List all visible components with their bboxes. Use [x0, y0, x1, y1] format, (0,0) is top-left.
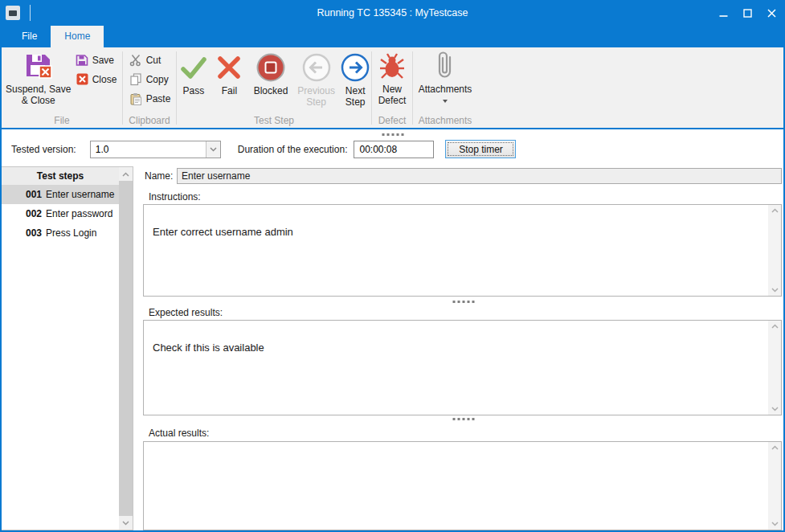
expected-results-text[interactable]: Check if this is available: [144, 321, 768, 415]
blocked-button[interactable]: Blocked: [248, 49, 293, 96]
scroll-down-button[interactable]: [119, 516, 133, 530]
close-icon: [767, 9, 776, 18]
ribbon-group-attachments: Attachments Attachments: [413, 47, 477, 128]
stop-timer-button[interactable]: Stop timer: [445, 140, 516, 158]
step-item-001[interactable]: 001 Enter username: [2, 185, 119, 204]
new-defect-button[interactable]: New Defect: [374, 47, 411, 114]
test-steps-list: Test steps 001 Enter username 002 Enter …: [2, 167, 119, 530]
button-label: Attachments: [419, 84, 472, 95]
window-controls: [711, 0, 783, 26]
floppy-icon: [75, 53, 90, 67]
scissors-icon: [129, 53, 144, 67]
name-label: Name:: [145, 170, 177, 182]
copy-button[interactable]: Copy: [126, 71, 174, 88]
step-item-003[interactable]: 003 Press Login: [2, 223, 119, 243]
window-title: Running TC 135345 : MyTestcase: [2, 7, 783, 18]
button-label: Copy: [146, 74, 169, 85]
actual-results-label: Actual results:: [149, 428, 209, 439]
arrow-left-circle-icon: [301, 51, 332, 84]
tested-version-value: 1.0: [91, 141, 206, 158]
steps-scrollbar[interactable]: [119, 167, 133, 530]
button-label: Cut: [146, 55, 161, 66]
combo-dropdown-button[interactable]: [206, 141, 220, 158]
pass-button[interactable]: Pass: [177, 49, 211, 96]
window-glyph: [9, 10, 17, 16]
group-label-defect: Defect: [372, 114, 412, 128]
green-check-icon: [179, 51, 208, 84]
attachments-button[interactable]: Attachments: [414, 47, 476, 114]
ribbon-group-file: Suspend, Save & Close Save: [2, 47, 122, 128]
chevron-down-icon: [771, 407, 779, 411]
scroll-up-button[interactable]: [119, 167, 133, 181]
chevron-down-icon: [771, 288, 779, 293]
next-step-button[interactable]: Next Step: [339, 49, 371, 108]
chevron-down-icon: [443, 100, 448, 103]
button-label: Suspend, Save & Close: [5, 84, 72, 106]
expected-scrollbar[interactable]: [768, 321, 781, 415]
previous-step-button[interactable]: Previous Step: [296, 49, 337, 108]
actual-scrollbar[interactable]: [768, 442, 781, 530]
maximize-button[interactable]: [735, 0, 759, 26]
scrollbar-thumb[interactable]: [119, 181, 133, 516]
button-label: Fail: [222, 85, 237, 96]
paste-button[interactable]: Paste: [126, 90, 174, 107]
splitter-grip[interactable]: [452, 301, 474, 303]
name-field[interactable]: Enter username: [177, 168, 782, 184]
chevron-down-icon: [771, 522, 779, 526]
expected-results-label: Expected results:: [149, 307, 223, 318]
chevron-down-icon: [122, 521, 129, 526]
execution-toolbar: Tested version: 1.0 Duration of the exec…: [2, 129, 783, 166]
suspend-save-close-button[interactable]: Suspend, Save & Close: [5, 47, 72, 114]
arrow-right-circle-icon: [340, 51, 370, 84]
step-label: Enter password: [46, 208, 112, 219]
ribbon-group-defect: New Defect Defect: [372, 47, 412, 128]
tab-home[interactable]: Home: [51, 26, 104, 47]
chevron-up-icon: [771, 208, 779, 213]
step-item-002[interactable]: 002 Enter password: [2, 204, 119, 223]
tested-version-select[interactable]: 1.0: [90, 141, 221, 158]
instructions-scrollbar[interactable]: [768, 205, 781, 296]
expected-results-field[interactable]: Check if this is available: [143, 320, 782, 415]
stop-circle-icon: [256, 51, 286, 84]
close-button[interactable]: [759, 0, 783, 26]
group-label-file: File: [2, 114, 122, 128]
tab-file[interactable]: File: [8, 26, 51, 47]
copy-pages-icon: [129, 72, 144, 86]
paperclip-icon: [435, 50, 456, 82]
step-number: 003: [26, 227, 42, 239]
red-x-box-icon: [75, 72, 90, 86]
red-x-icon: [215, 51, 243, 84]
maximize-icon: [743, 9, 752, 18]
minimize-button[interactable]: [711, 0, 735, 26]
app-icon[interactable]: [6, 6, 20, 20]
instructions-label: Instructions:: [149, 191, 201, 203]
button-label: Blocked: [254, 85, 288, 96]
button-label: Close: [92, 74, 117, 85]
splitter-grip[interactable]: [382, 133, 403, 136]
floppy-close-icon: [24, 50, 53, 82]
cut-button[interactable]: Cut: [126, 51, 174, 68]
save-button[interactable]: Save: [72, 51, 120, 68]
fail-button[interactable]: Fail: [213, 49, 247, 96]
actual-results-text[interactable]: [144, 442, 768, 530]
step-number: 002: [26, 208, 42, 219]
chevron-up-icon: [122, 172, 129, 177]
duration-label: Duration of the execution:: [238, 144, 348, 155]
title-bar: Running TC 135345 : MyTestcase: [2, 0, 783, 26]
splitter-grip[interactable]: [452, 418, 474, 420]
button-label: Previous Step: [296, 85, 337, 108]
chevron-up-icon: [771, 445, 779, 450]
clipboard-icon: [129, 92, 144, 105]
duration-field[interactable]: 00:00:08: [354, 141, 434, 158]
button-label: Next Step: [339, 85, 371, 108]
instructions-text[interactable]: Enter correct username admin: [144, 205, 768, 296]
bug-icon: [378, 50, 406, 82]
step-number: 001: [26, 189, 42, 200]
close-button-ribbon[interactable]: Close: [72, 71, 120, 88]
instructions-field[interactable]: Enter correct username admin: [143, 204, 782, 297]
group-label-attachments: Attachments: [413, 114, 477, 128]
actual-results-field[interactable]: [143, 441, 782, 530]
button-label: Paste: [146, 93, 171, 104]
step-label: Press Login: [46, 227, 96, 239]
test-steps-panel: Test steps 001 Enter username 002 Enter …: [2, 166, 133, 530]
